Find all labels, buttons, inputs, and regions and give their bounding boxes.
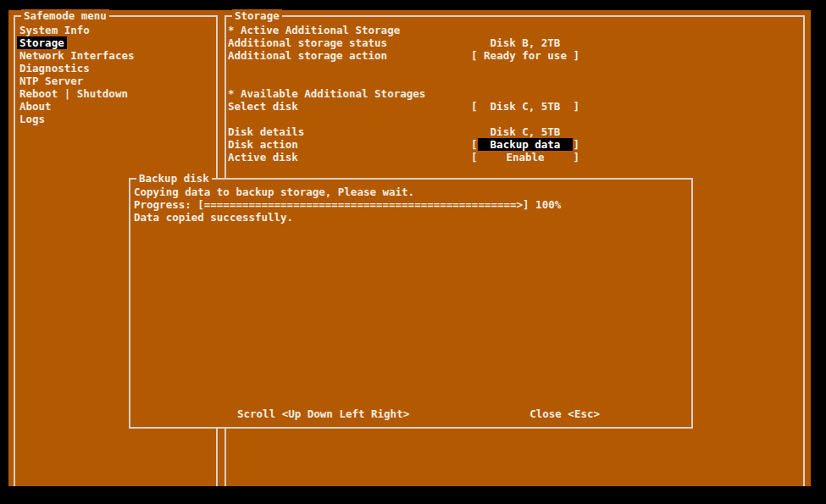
storage-row-active-disk: Active disk[Enable]	[228, 151, 803, 163]
backup-disk-dialog: Backup disk Copying data to backup stora…	[129, 178, 693, 429]
menu-item-label: About	[17, 100, 54, 113]
copy-status-line: Copying data to backup storage, Please w…	[134, 186, 691, 198]
storage-rows: * Active Additional StorageAdditional st…	[226, 17, 803, 163]
field-label: Additional storage action	[228, 49, 471, 62]
progress-line: Progress: [=============================…	[134, 198, 691, 211]
backup-disk-dialog-title: Backup disk	[136, 172, 212, 185]
close-esc-hint: Close <Esc>	[529, 407, 600, 420]
blank-row	[228, 75, 803, 87]
field-value-additional-storage-status: Disk B, 2TB	[471, 36, 579, 49]
menu-item-label: Storage	[17, 36, 67, 49]
field-value-active-disk[interactable]: [Enable]	[471, 151, 579, 163]
section-header-available-additional-storages: * Available Additional Storages	[228, 87, 803, 100]
bracket-right: ]	[573, 49, 579, 62]
blank-row	[228, 113, 803, 125]
menu-item-label: NTP Server	[17, 75, 86, 87]
field-value-select-disk[interactable]: [Disk C, 5TB]	[471, 100, 579, 113]
menu-item-ntp-server[interactable]: NTP Server	[17, 75, 216, 87]
menu-item-label: Reboot | Shutdown	[17, 87, 130, 100]
menu-item-logs[interactable]: Logs	[17, 113, 216, 125]
menu-item-storage[interactable]: Storage	[17, 36, 216, 49]
storage-row-disk-action: Disk action[Backup data]	[228, 138, 803, 151]
scroll-keys-hint: Scroll <Up Down Left Right>	[237, 407, 409, 420]
bracket-right: ]	[573, 100, 579, 113]
storage-row-disk-details: Disk detailsDisk C, 5TB	[228, 125, 803, 138]
field-value-disk-action[interactable]: [Backup data]	[471, 138, 579, 151]
menu-item-label: Logs	[17, 113, 47, 125]
bracket-left: [	[471, 49, 478, 62]
bracket-right: ]	[573, 138, 579, 151]
field-value-disk-details: Disk C, 5TB	[471, 125, 579, 138]
menu-item-network-interfaces[interactable]: Network Interfaces	[17, 49, 216, 62]
section-header-active-additional-storage: * Active Additional Storage	[228, 24, 803, 36]
bracket-left: [	[471, 100, 478, 113]
terminal-frame: Safemode menu System InfoStorageNetwork …	[0, 0, 826, 504]
menu-item-diagnostics[interactable]: Diagnostics	[17, 62, 216, 75]
bracket-left: [	[471, 138, 478, 151]
menu-item-label: Diagnostics	[17, 62, 92, 75]
blank-row	[228, 62, 803, 75]
menu-item-label: Network Interfaces	[17, 49, 136, 62]
bracket-left: [	[471, 151, 478, 163]
menu-item-label: System Info	[17, 24, 92, 36]
storage-row-additional-storage-status: Additional storage statusDisk B, 2TB	[228, 36, 803, 49]
copy-result-line: Data copied successfully.	[134, 211, 691, 224]
field-value-additional-storage-action[interactable]: [Ready for use]	[471, 49, 579, 62]
menu-items: System InfoStorageNetwork InterfacesDiag…	[15, 17, 216, 125]
menu-item-reboot-shutdown[interactable]: Reboot | Shutdown	[17, 87, 216, 100]
menu-item-about[interactable]: About	[17, 100, 216, 113]
terminal-screen: Safemode menu System InfoStorageNetwork …	[8, 10, 811, 486]
field-label: Disk details	[228, 125, 471, 138]
field-label: Select disk	[228, 100, 471, 113]
dialog-body: Copying data to backup storage, Please w…	[130, 180, 691, 224]
bracket-right: ]	[573, 151, 579, 163]
field-label: Disk action	[228, 138, 471, 151]
field-label: Active disk	[228, 151, 471, 163]
field-label: Additional storage status	[228, 36, 471, 49]
storage-panel-title: Storage	[232, 9, 282, 22]
storage-row-select-disk: Select disk[Disk C, 5TB]	[228, 100, 803, 113]
storage-row-additional-storage-action: Additional storage action[Ready for use]	[228, 49, 803, 62]
menu-item-system-info[interactable]: System Info	[17, 24, 216, 36]
dialog-footer: Scroll <Up Down Left Right> Close <Esc>	[130, 407, 691, 420]
safemode-menu-title: Safemode menu	[21, 9, 109, 22]
